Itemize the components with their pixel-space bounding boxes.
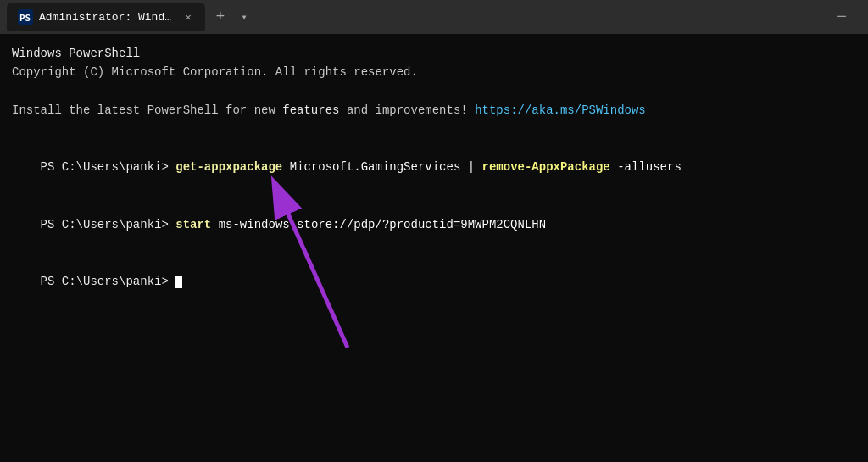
terminal-body[interactable]: Windows PowerShell Copyright (C) Microso…	[0, 34, 868, 462]
svg-text:PS: PS	[19, 13, 31, 24]
terminal-line-cmd2: PS C:\Users\panki> start ms-windows-stor…	[12, 196, 856, 253]
prompt-3: PS C:\Users\panki>	[41, 275, 176, 288]
tab-close-button[interactable]: ✕	[181, 10, 195, 24]
tab-title: Administrator: Windows Powe	[39, 11, 175, 24]
minimize-button[interactable]: ─	[822, 3, 861, 31]
tab-area: PS Administrator: Windows Powe ✕ + ▾	[7, 3, 822, 31]
tab-dropdown-button[interactable]: ▾	[232, 5, 256, 29]
cmd1-get: get-appxpackage	[175, 160, 282, 174]
prompt-2: PS C:\Users\panki>	[41, 218, 176, 231]
terminal-line-4: Install the latest PowerShell for new fe…	[12, 101, 856, 120]
terminal-line-2: Copyright (C) Microsoft Corporation. All…	[12, 63, 856, 81]
cmd2-start: start	[175, 218, 211, 231]
active-tab[interactable]: PS Administrator: Windows Powe ✕	[7, 3, 205, 31]
powershell-icon: PS	[17, 8, 34, 25]
terminal-line-5	[12, 120, 856, 139]
cmd1-pipe: |	[468, 160, 482, 174]
prompt-1: PS C:\Users\panki>	[41, 160, 176, 174]
new-tab-button[interactable]: +	[209, 5, 232, 29]
terminal-line-1: Windows PowerShell	[12, 44, 856, 63]
terminal-line-3	[12, 82, 856, 101]
cmd2-url: ms-windows-store://pdp/?productid=9MWPM2…	[211, 218, 546, 231]
cmd1-flag: -allusers	[610, 160, 682, 174]
ps-link: https://aka.ms/PSWindows	[475, 103, 646, 117]
cursor	[175, 276, 182, 288]
cmd1-pkg: Microsoft.GamingServices	[282, 160, 467, 174]
titlebar-controls: ─	[822, 3, 861, 31]
terminal-line-cmd1: PS C:\Users\panki> get-appxpackage Micro…	[12, 139, 856, 196]
titlebar: PS Administrator: Windows Powe ✕ + ▾ ─	[0, 0, 868, 34]
cmd1-remove: remove-AppxPackage	[482, 160, 610, 174]
terminal-line-cmd3: PS C:\Users\panki>	[12, 253, 856, 309]
